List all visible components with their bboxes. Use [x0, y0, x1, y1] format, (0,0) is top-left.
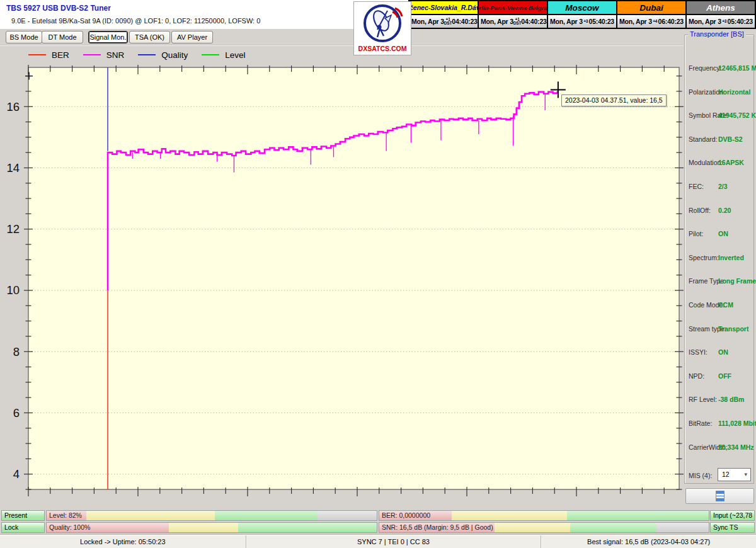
clock-utc-offset: +3 [583, 20, 588, 24]
svg-text:8: 8 [13, 345, 20, 358]
meter-zone-yellow [86, 511, 215, 520]
field-value: 0.20 [718, 207, 731, 214]
transponder-row-code-mode: Code Mode:CCM [685, 301, 755, 310]
meter-zone-green [567, 511, 709, 520]
svg-text:10: 10 [6, 283, 20, 297]
field-value: ON [718, 348, 728, 356]
transponder-panel: Transponder [BS] Frequency:12465,815 MHz… [684, 35, 754, 484]
field-label: Spectrum: [689, 254, 719, 261]
field-label: Standard: [689, 135, 718, 143]
meter-zone-yellow [495, 523, 570, 532]
input-indicator: Input (~23,78 Mbps) [710, 510, 755, 521]
transponder-row-bitrate: BitRate:111,028 Mbit/s [685, 420, 755, 428]
field-value: 50,334 MHz [718, 443, 754, 451]
transponder-row-standard: Standard:DVB-S2 [685, 135, 755, 144]
transponder-row-pilot: Pilot:ON [685, 230, 755, 239]
field-label: BitRate: [689, 420, 712, 427]
status-best-signal: Best signal: 16,5 dB (2023-04-03 04:27) [541, 535, 756, 548]
chart-tooltip: 2023-04-03 04.37.51, value: 16,5 [561, 94, 667, 106]
meter-zone-green [238, 523, 377, 532]
mis-value: 12 [722, 471, 730, 478]
clock-city-label: Athens [687, 1, 755, 14]
svg-text:12: 12 [6, 222, 20, 236]
clock-utc-offset: +1DST [444, 18, 452, 26]
tuner-subtitle: 9.0E - Eutelsat 9B/Ka-Sat 9A (ID: 0090) … [11, 17, 260, 25]
transponder-row-stream-type: Stream type:Transport [685, 325, 755, 334]
tab-dt-mode[interactable]: DT Mode [42, 31, 83, 43]
field-value: CCM [718, 301, 733, 309]
clock-date: Mon, Apr 3 [411, 18, 444, 25]
level-meter: Level: 82% [46, 510, 377, 521]
legend-label: Level [225, 50, 245, 60]
legend-item-snr: SNR [83, 50, 125, 60]
transponder-row-issyi: ISSYI:ON [685, 348, 755, 357]
clock-2: MoscowMon, Apr 3+305:40:23 [548, 1, 616, 28]
meter-label: Level: 82% [49, 511, 82, 520]
offset-value: +3 [722, 20, 726, 24]
svg-text:14: 14 [6, 161, 20, 174]
meter-zone-yellow [169, 523, 238, 532]
field-value: 111,028 Mbit/s [718, 420, 756, 427]
transponder-row-modulation: Modulation:16APSK [685, 159, 755, 168]
transponder-row-polarization: Polarization:Horizontal [685, 88, 755, 97]
tab-bs-mode[interactable]: BS Mode [6, 31, 42, 43]
clock-date: Mon, Apr 3 [550, 18, 583, 25]
field-value: DVB-S2 [718, 135, 743, 143]
world-clocks: Lučenec-Slovakia_R.DávidMon, Apr 3+1DST0… [408, 0, 756, 29]
stream-list-button[interactable] [685, 488, 754, 504]
field-value: Inverted [718, 254, 744, 261]
tab-divider [0, 45, 684, 46]
field-value: OFF [718, 372, 731, 380]
list-icon [716, 491, 724, 501]
legend-label: SNR [106, 50, 125, 60]
clock-time: 04:40:23 [452, 18, 477, 25]
transponder-row-fec: FEC:2/3 [685, 183, 755, 191]
transponder-row-carrierwidth: CarrierWidth:50,334 MHz [685, 443, 755, 452]
meter-zone-yellow [452, 511, 567, 520]
mis-dropdown[interactable]: 12 ▾ [718, 468, 751, 481]
clock-time: 05:40:23 [728, 18, 753, 25]
field-value: Horizontal [718, 88, 750, 96]
clock-time-cell: Mon, Apr 3+406:40:23 [617, 15, 685, 28]
clock-utc-offset: +1DST [513, 18, 521, 26]
field-value: Long Frame [718, 277, 756, 285]
field-value: -38 dBm [718, 396, 744, 403]
clock-utc-offset: +3 [722, 20, 726, 24]
field-value: 2/3 [718, 183, 728, 190]
quality-meter: Quality: 100% [46, 522, 377, 533]
clock-city-label: Berlin-Paris-Vienna-Belgrade [479, 1, 547, 14]
status-uptime: Locked -> Uptime: 05:50:23 [0, 535, 246, 548]
field-label: FEC: [689, 183, 704, 190]
clock-1: Berlin-Paris-Vienna-BelgradeMon, Apr 3+1… [479, 1, 547, 28]
legend-item-level: Level [202, 50, 245, 60]
status-bar: Locked -> Uptime: 05:50:23 SYNC 7 | TEI … [0, 535, 756, 548]
legend-line-snr [83, 54, 101, 55]
clock-4: AthensMon, Apr 3+305:40:23 [687, 1, 755, 28]
signal-chart[interactable]: 46810121416 [0, 60, 684, 510]
lock-indicator: Lock [1, 522, 45, 533]
app-window: TBS 5927 USB DVB-S2 Tuner 9.0E - Eutelsa… [0, 0, 756, 548]
dxsatcs-logo: DXSATCS.COM [353, 1, 411, 55]
field-label: MIS (4): [689, 472, 712, 479]
clock-utc-offset: +4 [653, 20, 657, 24]
meter-label: SNR: 16,5 dB (Margin: 9,5 dB | Good) [382, 523, 493, 532]
field-label: ISSYI: [689, 348, 707, 356]
present-indicator: Present [1, 510, 45, 521]
transponder-row-spectrum: Spectrum:Inverted [685, 254, 755, 263]
chevron-down-icon: ▾ [744, 469, 747, 481]
meter-zone-green [215, 511, 317, 520]
field-label: Frequency: [689, 64, 722, 72]
tab-av-player[interactable]: AV Player [171, 31, 213, 43]
clock-city-label: Moscow [548, 1, 616, 14]
legend-line-level [202, 54, 219, 55]
clock-date: Mon, Apr 3 [619, 18, 652, 25]
field-value: 12465,815 MHz [718, 64, 756, 72]
tab-tsa-ok[interactable]: TSA (OK) [129, 31, 170, 43]
chart-legend: BERSNRQualityLevel [28, 50, 260, 60]
clock-time: 05:40:23 [589, 18, 614, 25]
satellite-dish-icon [355, 2, 410, 43]
legend-item-ber: BER [28, 50, 69, 60]
meter-zone-green [570, 523, 656, 532]
tab-signal-mon[interactable]: Signal Mon. [88, 31, 128, 43]
field-label: NPD: [689, 372, 704, 380]
